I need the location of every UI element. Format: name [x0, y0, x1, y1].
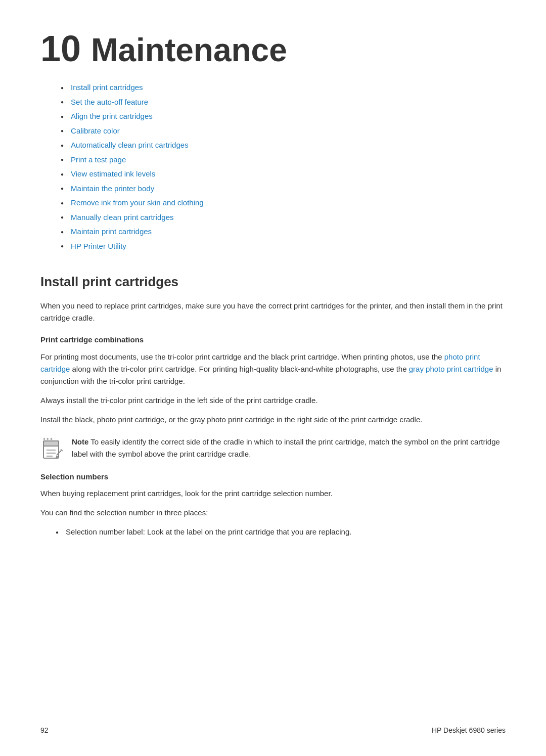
- note-box: ✦✦✦ Note To easily identify the correct …: [40, 436, 506, 461]
- toc-link-calibrate[interactable]: Calibrate color: [71, 125, 120, 137]
- list-item: Install print cartridges: [61, 82, 506, 94]
- list-item: Remove ink from your skin and clothing: [61, 197, 506, 209]
- page-footer: 92 HP Deskjet 6980 series: [40, 725, 506, 736]
- chapter-header: 10 Maintenance: [40, 30, 506, 67]
- note-body: To easily identify the correct side of t…: [72, 437, 500, 458]
- svg-rect-1: [43, 441, 59, 446]
- list-item: Manually clean print cartridges: [61, 212, 506, 224]
- toc-link-maintaincartridges[interactable]: Maintain print cartridges: [71, 226, 152, 238]
- toc-link-inklevels[interactable]: View estimated ink levels: [71, 168, 155, 180]
- toc-link-autoclean[interactable]: Automatically clean print cartridges: [71, 140, 189, 151]
- toc-list: Install print cartridges Set the auto-of…: [61, 82, 506, 252]
- section-intro: When you need to replace print cartridge…: [40, 300, 506, 324]
- toc-link-testpage[interactable]: Print a test page: [71, 154, 126, 166]
- list-item: Calibrate color: [61, 125, 506, 137]
- note-text: Note To easily identify the correct side…: [72, 436, 506, 460]
- note-label: Note: [72, 437, 88, 446]
- combinations-text-middle: along with the tri-color print cartridge…: [70, 365, 408, 373]
- print-cartridge-combinations: Print cartridge combinations For printin…: [40, 334, 506, 461]
- selection-bullets: Selection number label: Look at the labe…: [56, 526, 506, 538]
- gray-photo-cartridge-link[interactable]: gray photo print cartridge: [409, 365, 493, 373]
- toc-link-autooff[interactable]: Set the auto-off feature: [71, 97, 148, 108]
- list-item: View estimated ink levels: [61, 168, 506, 180]
- toc-link-hputility[interactable]: HP Printer Utility: [71, 241, 126, 252]
- combinations-paragraph2: Always install the tri-color print cartr…: [40, 394, 506, 407]
- note-icon: ✦✦✦: [40, 437, 65, 461]
- list-item: Align the print cartridges: [61, 111, 506, 122]
- chapter-number: 10: [40, 30, 81, 67]
- toc-link-manualclean[interactable]: Manually clean print cartridges: [71, 212, 173, 224]
- page: 10 Maintenance Install print cartridges …: [0, 0, 546, 756]
- toc-link-printerbody[interactable]: Maintain the printer body: [71, 183, 154, 195]
- chapter-title: Maintenance: [91, 34, 287, 66]
- toc-link-align[interactable]: Align the print cartridges: [71, 111, 153, 122]
- combinations-paragraph1: For printing most documents, use the tri…: [40, 351, 506, 387]
- list-item: Selection number label: Look at the labe…: [56, 526, 506, 538]
- product-name: HP Deskjet 6980 series: [432, 725, 506, 736]
- list-item: Maintain the printer body: [61, 183, 506, 195]
- selection-paragraph1: When buying replacement print cartridges…: [40, 487, 506, 500]
- list-item: Print a test page: [61, 154, 506, 166]
- subsection-title-selection: Selection numbers: [40, 471, 506, 483]
- svg-text:✦✦✦: ✦✦✦: [42, 437, 53, 441]
- page-number: 92: [40, 725, 49, 736]
- toc-link-install[interactable]: Install print cartridges: [71, 82, 143, 94]
- section-title: Install print cartridges: [40, 272, 506, 292]
- combinations-paragraph3: Install the black, photo print cartridge…: [40, 414, 506, 426]
- list-item: Set the auto-off feature: [61, 97, 506, 108]
- list-item: Maintain print cartridges: [61, 226, 506, 238]
- subsection-title-combinations: Print cartridge combinations: [40, 334, 506, 346]
- bullet-text-1: Selection number label: Look at the labe…: [66, 526, 351, 538]
- selection-paragraph2: You can find the selection number in thr…: [40, 507, 506, 519]
- list-item: Automatically clean print cartridges: [61, 140, 506, 151]
- list-item: HP Printer Utility: [61, 241, 506, 252]
- toc-link-removeink[interactable]: Remove ink from your skin and clothing: [71, 197, 204, 209]
- selection-numbers: Selection numbers When buying replacemen…: [40, 471, 506, 539]
- combinations-text-prefix: For printing most documents, use the tri…: [40, 352, 444, 361]
